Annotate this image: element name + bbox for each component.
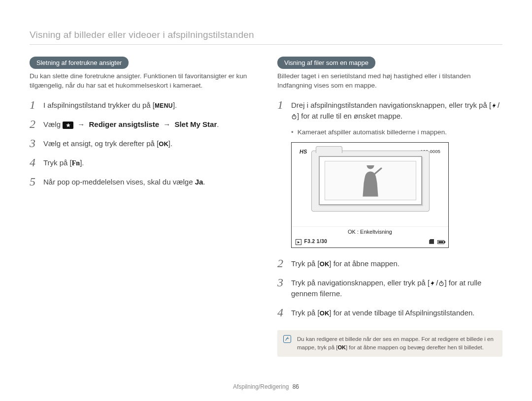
manual-page: Visning af billeder eller videoer i afsp… [0,0,532,401]
step-text: Når pop op-meddelelsen vises, skal du væ… [43,175,205,187]
page-number: 86 [293,383,299,390]
menu-button-label: MENU [155,102,173,109]
step-text: Tryk på [OK] for at vende tilbage til Af… [291,306,474,318]
left-step-4: 4 Tryk på [Fn]. [30,156,255,168]
ok-single-view-caption: OK : Enkeltvisning [292,226,448,237]
section-heading-right: Visning af filer som en mappe [277,57,375,69]
left-step-2: 2 Vælg → Rediger ansigtsliste → Slet My … [30,118,255,130]
camera-star-icon [63,122,73,129]
timer-icon [291,114,297,120]
step-number: 3 [277,276,286,288]
camera-status-bar: ▶ F3.2 1/30 [292,237,448,247]
note-box: Du kan redigere et billede når der ses e… [277,330,502,357]
step-number: 2 [30,118,38,130]
section-heading-left: Sletning af foretrukne ansigter [30,57,129,69]
step-text: Tryk på [Fn]. [43,156,84,168]
right-intro: Billeder taget i en serietilstand med hø… [277,72,502,91]
step-number: 2 [277,257,286,269]
step-number: 4 [30,156,38,168]
right-column: Visning af filer som en mappe Billeder t… [277,57,502,357]
left-step-1: 1 I afspilningstilstand trykker du på [M… [30,98,255,111]
page-title: Visning af billeder eller videoer i afsp… [30,30,502,45]
right-step-3: 3 Tryk på navigationsknappen, eller tryk… [277,276,502,299]
step-number: 4 [277,306,286,318]
right-step-1-bullet: • Kameraet afspiller automatisk billeder… [291,128,502,137]
step-text: I afspilningstilstand trykker du på [MEN… [43,98,177,111]
ok-button-label: OK [159,140,168,148]
page-footer: Afspilning/Redigering 86 [0,383,532,390]
footer-section: Afspilning/Redigering [233,383,289,390]
left-column: Sletning af foretrukne ansigter Du kan s… [30,57,255,357]
step-number: 5 [30,175,38,187]
right-steps-cont: 2 Tryk på [OK] for at åbne mappen. 3 Try… [277,257,502,318]
step-text: Tryk på [OK] for at åbne mappen. [291,257,399,269]
flash-icon [491,103,497,109]
photo-thumbnail [319,156,422,205]
storage-battery-group [429,239,444,245]
left-steps: 1 I afspilningstilstand trykker du på [M… [30,98,255,187]
right-step-1: 1 Drej i afspilningstilstanden navigatio… [277,98,502,122]
ok-button-label: OK [320,309,330,317]
camera-screen-illustration: HS 100-0005 [291,142,449,248]
timer-icon [438,280,444,286]
step-number: 3 [30,137,38,149]
sd-card-icon [429,239,434,244]
menu-path-item: Slet My Star [174,120,217,128]
right-steps: 1 Drej i afspilningstilstanden navigatio… [277,98,502,122]
fn-button-label: Fn [72,159,80,167]
hs-mode-label: HS [299,149,307,154]
step-text: Vælg → Rediger ansigtsliste → Slet My St… [43,118,219,130]
playback-icon-group: ▶ F3.2 1/30 [296,239,327,245]
step-number: 1 [277,98,286,111]
person-silhouette-icon [356,165,385,200]
left-step-5: 5 Når pop op-meddelelsen vises, skal du … [30,175,255,187]
right-step-2: 2 Tryk på [OK] for at åbne mappen. [277,257,502,269]
menu-path-item: Rediger ansigtsliste [89,120,160,128]
exposure-readout: F3.2 1/30 [304,239,328,244]
ok-button-label: OK [337,344,346,350]
bullet-dot: • [291,128,294,137]
step-number: 1 [30,98,38,111]
play-icon: ▶ [296,239,301,245]
left-intro: Du kan slette dine foretrukne ansigter. … [30,72,255,91]
step-text: Tryk på navigationsknappen, eller tryk p… [291,276,502,299]
two-column-layout: Sletning af foretrukne ansigter Du kan s… [30,57,502,357]
battery-icon [437,240,444,244]
step-text: Vælg et ansigt, og tryk derefter på [OK]… [43,137,172,149]
ok-button-label: OK [320,260,330,268]
step-text: Drej i afspilningstilstanden navigations… [291,98,502,122]
note-text: Du kan redigere et billede når der ses e… [297,335,497,352]
left-step-3: 3 Vælg et ansigt, og tryk derefter på [O… [30,137,255,149]
svg-marker-0 [66,123,70,127]
folder-icon [311,151,430,212]
right-step-4: 4 Tryk på [OK] for at vende tilbage til … [277,306,502,318]
flash-icon [430,280,435,286]
note-icon [283,335,291,343]
